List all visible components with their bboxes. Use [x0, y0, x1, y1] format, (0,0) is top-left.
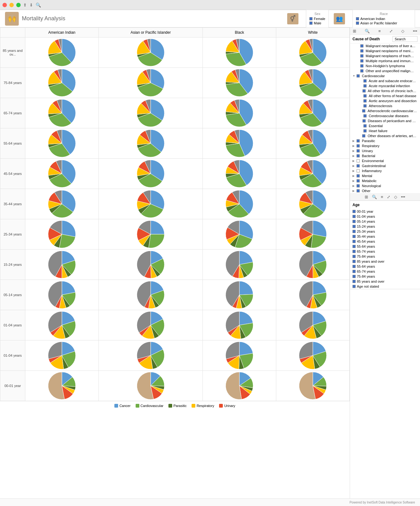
race-asian-pacific[interactable]: Asian or Pacific Islander — [356, 21, 412, 25]
age-item-11[interactable]: 55-64 years — [350, 264, 420, 269]
tree-expand-19[interactable]: ▶ — [352, 139, 356, 142]
pie-cell-r11-c1[interactable] — [98, 371, 202, 401]
pie-cell-r7-c2[interactable] — [203, 250, 276, 280]
pie-cell-r0-c2[interactable] — [203, 37, 276, 68]
age-checkbox-6[interactable] — [352, 240, 356, 243]
tree-item-9[interactable]: All other forms of chronic ischemic hear… — [350, 88, 420, 93]
pie-cell-r3-c3[interactable] — [276, 128, 350, 159]
tree-expand-28[interactable]: ▶ — [352, 184, 356, 187]
tree-checkbox-22[interactable] — [357, 154, 360, 157]
female-checkbox[interactable] — [309, 17, 312, 20]
tree-item-15[interactable]: Diseases of pericardium and acute myocar… — [350, 118, 420, 123]
age-item-0[interactable]: 00-01 year — [350, 209, 420, 214]
age-item-7[interactable]: 55-64 years — [350, 244, 420, 249]
male-checkbox[interactable] — [309, 22, 312, 25]
tree-item-13[interactable]: Atherosclerotic cardiovascular disease, … — [350, 108, 420, 113]
tree-item-22[interactable]: ▶Bacterial — [350, 153, 420, 158]
pie-cell-r1-c3[interactable] — [276, 68, 350, 98]
tree-expand-24[interactable]: ▶ — [352, 164, 356, 167]
pie-cell-r9-c1[interactable] — [98, 310, 202, 340]
tree-checkbox-8[interactable] — [363, 84, 367, 87]
pie-cell-r4-c1[interactable] — [98, 159, 202, 189]
tree-checkbox-29[interactable] — [357, 189, 360, 192]
list-icon[interactable]: ≡ — [378, 29, 382, 33]
pie-cell-r10-c2[interactable] — [203, 340, 276, 371]
tree-checkbox-28[interactable] — [357, 184, 360, 187]
close-icon[interactable] — [2, 3, 7, 7]
pie-cell-r4-c2[interactable] — [203, 159, 276, 189]
bottom-pin-icon[interactable]: ◇ — [394, 195, 397, 199]
tree-item-21[interactable]: ▶Urinary — [350, 148, 420, 153]
pin-icon[interactable]: ◇ — [400, 29, 405, 33]
tree-expand-23[interactable]: ▶ — [352, 159, 356, 162]
tree-checkbox-5[interactable] — [360, 69, 363, 72]
pie-cell-r4-c3[interactable] — [276, 159, 350, 189]
pie-cell-r10-c0[interactable] — [25, 340, 99, 371]
pie-cell-r3-c1[interactable] — [98, 128, 202, 159]
tree-checkbox-11[interactable] — [363, 99, 367, 102]
age-item-15[interactable]: Age not stated — [350, 284, 420, 289]
bottom-list-icon[interactable]: ≡ — [381, 195, 383, 199]
pie-cell-r10-c1[interactable] — [98, 340, 202, 371]
tree-checkbox-25[interactable] — [357, 169, 360, 172]
tree-checkbox-20[interactable] — [357, 144, 360, 147]
age-checkbox-7[interactable] — [352, 245, 356, 248]
minimize-icon[interactable] — [9, 3, 14, 7]
tree-checkbox-18[interactable] — [362, 134, 365, 137]
tree-checkbox-26[interactable] — [357, 174, 360, 177]
tree-checkbox-14[interactable] — [363, 114, 367, 117]
tree-checkbox-23[interactable] — [357, 159, 360, 162]
age-item-14[interactable]: 85 years and over — [350, 279, 420, 284]
pie-cell-r10-c3[interactable] — [276, 340, 350, 371]
age-item-8[interactable]: 65-74 years — [350, 249, 420, 254]
zoom-in-icon[interactable]: 🔍 — [364, 29, 371, 33]
pie-cell-r1-c1[interactable] — [98, 68, 202, 98]
age-item-4[interactable]: 25-34 years — [350, 229, 420, 234]
pie-cell-r3-c0[interactable] — [25, 128, 99, 159]
age-item-1[interactable]: 01-04 years — [350, 214, 420, 219]
pie-cell-r7-c0[interactable] — [25, 250, 99, 280]
tree-expand-21[interactable]: ▶ — [352, 149, 356, 152]
age-item-12[interactable]: 65-74 years — [350, 269, 420, 274]
pie-cell-r5-c2[interactable] — [203, 189, 276, 219]
american-indian-checkbox[interactable] — [356, 17, 359, 20]
maximize-icon[interactable] — [16, 3, 21, 7]
pie-cell-r7-c1[interactable] — [98, 250, 202, 280]
pie-cell-r8-c1[interactable] — [98, 280, 202, 310]
pie-cell-r9-c2[interactable] — [203, 310, 276, 340]
tree-item-16[interactable]: Essential — [350, 123, 420, 128]
age-checkbox-8[interactable] — [352, 250, 356, 253]
tree-expand-20[interactable]: ▶ — [352, 144, 356, 147]
more-icon[interactable]: ••• — [412, 29, 418, 33]
pie-cell-r5-c0[interactable] — [25, 189, 99, 219]
tree-item-29[interactable]: ▶Other — [350, 188, 420, 193]
pie-cell-r2-c2[interactable] — [203, 98, 276, 128]
age-checkbox-9[interactable] — [352, 255, 356, 258]
pie-cell-r2-c0[interactable] — [25, 98, 99, 128]
search-icon[interactable]: 🔍 — [36, 2, 41, 7]
pie-cell-r2-c3[interactable] — [276, 98, 350, 128]
pie-cell-r6-c0[interactable] — [25, 219, 99, 250]
tree-item-6[interactable]: ▼Cardiovascular — [350, 73, 420, 78]
pie-cell-r9-c0[interactable] — [25, 310, 99, 340]
age-checkbox-14[interactable] — [352, 280, 356, 283]
tree-checkbox-3[interactable] — [360, 59, 363, 62]
tree-checkbox-13[interactable] — [362, 109, 365, 112]
age-item-10[interactable]: 85 years and over — [350, 259, 420, 264]
tree-checkbox-1[interactable] — [360, 49, 363, 52]
pie-cell-r11-c3[interactable] — [276, 371, 350, 401]
tree-item-12[interactable]: Atherosclerosis — [350, 103, 420, 108]
pie-cell-r4-c0[interactable] — [25, 159, 99, 189]
age-checkbox-12[interactable] — [352, 270, 356, 273]
age-checkbox-5[interactable] — [352, 235, 356, 238]
asian-pacific-checkbox[interactable] — [356, 22, 359, 25]
tree-checkbox-2[interactable] — [360, 54, 363, 57]
tree-item-1[interactable]: Malignant neoplasms of meninges, brain a… — [350, 48, 420, 53]
pie-cell-r6-c3[interactable] — [276, 219, 350, 250]
tree-checkbox-17[interactable] — [363, 129, 367, 132]
age-item-2[interactable]: 05-14 years — [350, 219, 420, 224]
tree-checkbox-16[interactable] — [363, 124, 367, 127]
age-item-13[interactable]: 75-84 years — [350, 274, 420, 279]
tree-item-0[interactable]: Malignant neoplasms of liver and intrahe… — [350, 43, 420, 48]
tree-checkbox-15[interactable] — [362, 119, 366, 122]
